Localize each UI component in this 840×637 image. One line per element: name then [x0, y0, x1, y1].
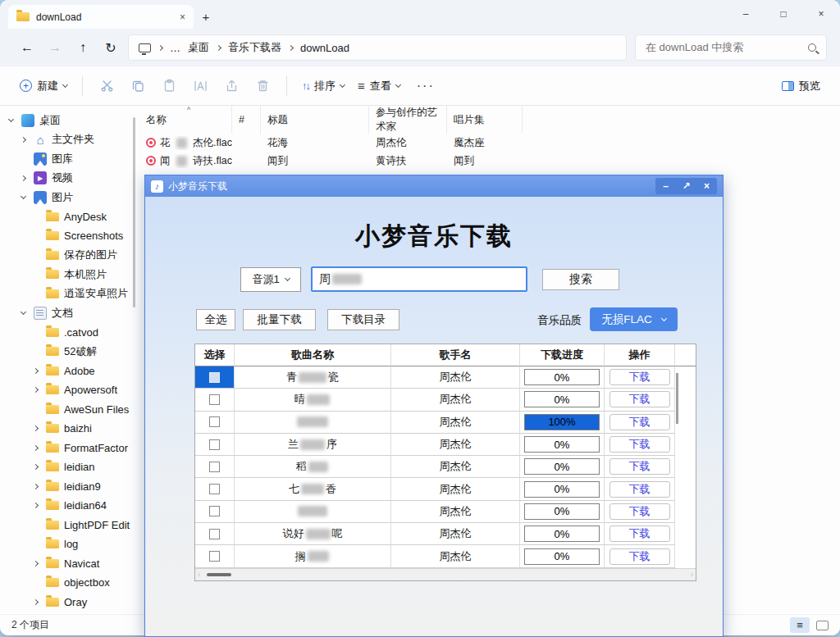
sidebar-item-逍遥安卓照片[interactable]: 逍遥安卓照片 — [0, 284, 139, 304]
download-button[interactable]: 下载 — [609, 458, 670, 475]
sidebar-item-log[interactable]: log — [0, 535, 139, 554]
sidebar-item-AweSun Files[interactable]: AweSun Files — [0, 400, 139, 420]
sidebar-item-图片[interactable]: 图片 — [0, 188, 139, 207]
sidebar-item-LightPDF Edit[interactable]: LightPDF Edit — [0, 516, 139, 535]
sidebar-item-Screenshots[interactable]: Screenshots — [0, 226, 139, 246]
view-button[interactable]: ≡ 查看 — [353, 79, 405, 93]
sidebar-item-视频[interactable]: ▶视频 — [0, 169, 139, 189]
sidebar-item-Oray[interactable]: Oray — [0, 593, 139, 612]
sidebar-item-桌面[interactable]: 桌面 — [0, 111, 139, 130]
scrollbar-thumb[interactable] — [207, 573, 231, 576]
preview-button[interactable]: 预览 — [777, 79, 825, 93]
chevron-right-icon[interactable] — [30, 485, 41, 489]
sidebar-item-Navicat[interactable]: Navicat — [0, 554, 139, 574]
song-checkbox-cell[interactable] — [195, 456, 235, 478]
sidebar-item-Apowersoft[interactable]: Apowersoft — [0, 380, 139, 400]
song-checkbox-cell[interactable] — [195, 412, 235, 434]
sidebar-scrollbar[interactable] — [133, 117, 135, 307]
file-column-header[interactable]: 标题 — [261, 106, 369, 134]
file-column-header[interactable]: # — [232, 106, 261, 134]
up-button[interactable]: ↑ — [69, 40, 97, 55]
more-options-button[interactable]: ··· — [409, 79, 443, 93]
sidebar-item-图库[interactable]: 图库 — [0, 149, 139, 169]
sidebar-item-FormatFactor[interactable]: FormatFactor — [0, 439, 139, 458]
search-input[interactable]: 在 downLoad 中搜索 — [635, 34, 827, 61]
batch-download-button[interactable]: 批量下载 — [243, 309, 316, 330]
breadcrumb-download[interactable]: downLoad — [300, 42, 349, 54]
song-checkbox-cell[interactable] — [195, 434, 235, 456]
scroll-right-arrow[interactable]: › — [691, 570, 693, 579]
app-minimize-button[interactable]: – — [655, 178, 676, 194]
source-select[interactable]: 音源1 — [240, 267, 301, 292]
new-tab-button[interactable]: + — [194, 5, 218, 29]
song-checkbox-cell[interactable] — [195, 523, 235, 545]
table-vertical-scrollbar[interactable] — [676, 373, 678, 424]
quality-dropdown[interactable]: 无损FLAC — [590, 307, 678, 331]
search-button[interactable]: 搜索 — [542, 269, 619, 290]
song-checkbox-cell[interactable] — [195, 545, 235, 567]
new-button[interactable]: + 新建 — [15, 79, 72, 93]
file-name-cell[interactable]: 闻诗扶.flac — [139, 154, 232, 168]
chevron-right-icon[interactable] — [30, 369, 41, 373]
this-pc-icon[interactable] — [139, 43, 151, 52]
download-button[interactable]: 下载 — [609, 391, 670, 407]
refresh-button[interactable]: ↻ — [97, 40, 125, 56]
download-dir-button[interactable]: 下载目录 — [327, 309, 399, 330]
breadcrumb-music-downloader[interactable]: 音乐下载器 — [228, 40, 281, 55]
sidebar-item-baizhi[interactable]: baizhi — [0, 419, 139, 439]
download-button[interactable]: 下载 — [609, 436, 670, 453]
sidebar-item-leidian64[interactable]: leidian64 — [0, 496, 139, 516]
rename-button[interactable] — [186, 79, 214, 93]
select-all-button[interactable]: 全选 — [196, 309, 235, 330]
sidebar-item-leidian[interactable]: leidian — [0, 457, 139, 477]
chevron-down-icon[interactable] — [5, 120, 16, 121]
cut-button[interactable] — [93, 79, 121, 93]
song-checkbox-cell[interactable] — [195, 501, 235, 523]
song-checkbox-cell[interactable] — [195, 389, 235, 411]
download-button[interactable]: 下载 — [609, 548, 670, 565]
tab-close-icon[interactable]: × — [180, 11, 185, 23]
file-name-cell[interactable]: 花杰伦.flac — [139, 136, 232, 150]
checkbox[interactable] — [209, 506, 220, 516]
copy-button[interactable] — [124, 79, 152, 93]
sidebar-item-objectbox[interactable]: objectbox — [0, 573, 139, 593]
chevron-right-icon[interactable] — [17, 176, 29, 180]
large-icons-view-button[interactable] — [816, 621, 829, 630]
song-checkbox-cell[interactable] — [195, 366, 235, 389]
checkbox[interactable] — [209, 394, 220, 405]
chevron-right-icon[interactable] — [17, 138, 29, 142]
sidebar-item-文档[interactable]: 文档 — [0, 303, 139, 323]
sidebar-item-leidian9[interactable]: leidian9 — [0, 477, 139, 497]
chevron-right-icon[interactable] — [30, 426, 41, 430]
sidebar-item-保存的图片[interactable]: 保存的图片 — [0, 246, 139, 266]
download-button[interactable]: 下载 — [609, 503, 670, 520]
sidebar-item-本机照片[interactable]: 本机照片 — [0, 265, 139, 284]
back-button[interactable]: ← — [13, 40, 41, 55]
window-minimize-button[interactable]: – — [727, 0, 765, 28]
share-button[interactable] — [217, 79, 245, 93]
checkbox[interactable] — [209, 372, 220, 383]
details-view-button[interactable]: ≡ — [790, 617, 810, 633]
checkbox[interactable] — [209, 529, 220, 539]
explorer-tab[interactable]: downLoad × — [8, 5, 194, 29]
download-button[interactable]: 下载 — [609, 414, 670, 430]
file-column-header[interactable]: 名称^ — [139, 106, 232, 134]
chevron-down-icon[interactable] — [17, 312, 29, 314]
sidebar-item-主文件夹[interactable]: ⌂主文件夹 — [0, 130, 139, 150]
download-button[interactable]: 下载 — [609, 369, 670, 385]
chevron-right-icon[interactable] — [30, 446, 41, 450]
file-column-header[interactable]: 唱片集 — [447, 106, 523, 134]
download-button[interactable]: 下载 — [609, 481, 670, 498]
chevron-right-icon[interactable] — [30, 600, 41, 604]
window-close-button[interactable]: × — [802, 0, 840, 28]
chevron-right-icon[interactable] — [30, 503, 41, 507]
sidebar-item-Adobe[interactable]: Adobe — [0, 362, 139, 381]
checkbox[interactable] — [209, 416, 220, 427]
chevron-down-icon[interactable] — [17, 197, 29, 198]
sidebar-item-.catvod[interactable]: .catvod — [0, 323, 139, 343]
download-button[interactable]: 下载 — [609, 526, 670, 542]
song-checkbox-cell[interactable] — [195, 478, 235, 500]
chevron-right-icon[interactable] — [30, 562, 41, 566]
delete-button[interactable] — [249, 79, 276, 93]
paste-button[interactable] — [155, 79, 183, 93]
